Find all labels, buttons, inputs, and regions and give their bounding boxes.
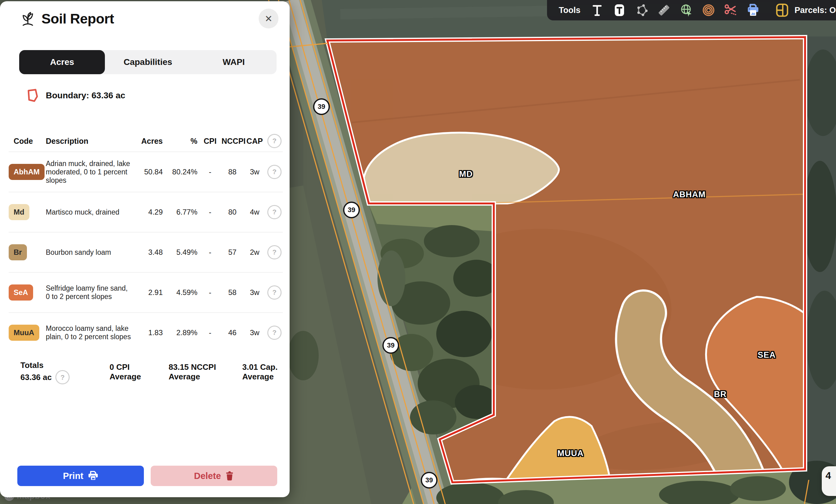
print-tool-icon[interactable] (746, 3, 760, 18)
soil-label-sea: SEA (758, 350, 776, 360)
cap-value: 4w (243, 208, 266, 216)
header-cap: CAP (243, 137, 266, 146)
nccpi-value: 58 (222, 288, 243, 297)
cpi-value: - (198, 288, 222, 297)
nccpi-value: 80 (222, 208, 243, 216)
tab-bar: Acres Capabilities WAPI (19, 50, 277, 74)
soil-code-badge-0: AbhAM (9, 164, 44, 180)
cpi-value: - (198, 328, 222, 337)
delete-button[interactable]: Delete (151, 466, 277, 486)
soil-code-badge-3: SeA (9, 285, 33, 301)
totals-nccpi: 83.15 NCCPIAverage (169, 362, 216, 382)
table-row: Br Bourbon sandy loam 3.48 5.49% - 57 2w… (9, 232, 283, 272)
cap-value: 3w (243, 168, 266, 176)
sprout-icon (20, 11, 36, 27)
text-box-tool-icon[interactable] (612, 3, 627, 18)
table-header: Code Description Acres % CPI NCCPI CAP ? (9, 131, 283, 152)
percent-value: 80.24% (164, 168, 198, 176)
text-tool-icon[interactable] (590, 3, 605, 18)
delete-button-label: Delete (194, 471, 221, 481)
soil-label-md: MD (459, 170, 473, 179)
soil-label-muua: MUUA (557, 449, 584, 458)
table-row: SeA Selfridge loamy fine sand, 0 to 2 pe… (9, 272, 283, 312)
cap-value: 3w (243, 328, 266, 337)
soil-description: Martisco muck, drained (46, 208, 135, 216)
tools-label: Tools (559, 5, 581, 15)
polygon-tool-icon[interactable] (634, 3, 649, 18)
boundary-acreage-label: Boundary: 63.36 ac (46, 91, 125, 100)
tab-wapi[interactable]: WAPI (191, 50, 277, 74)
panel-actions: Print Delete (17, 466, 277, 486)
nccpi-value: 88 (222, 168, 243, 176)
acres-value: 1.83 (135, 328, 164, 337)
acres-value: 2.91 (135, 288, 164, 297)
help-icon[interactable]: ? (267, 285, 282, 299)
printer-icon (88, 471, 98, 481)
parcels-status-label: Parcels: On (795, 5, 836, 15)
soil-label-br: BR (714, 390, 727, 399)
acres-value: 4.29 (135, 208, 164, 216)
header-acres: Acres (135, 137, 164, 146)
globe-tool-icon[interactable] (679, 3, 694, 18)
tab-capabilities[interactable]: Capabilities (105, 50, 191, 74)
acres-value: 50.84 (135, 168, 164, 176)
soil-report-panel: Soil Report ✕ Acres Capabilities WAPI Bo… (0, 1, 290, 497)
nccpi-value: 46 (222, 328, 243, 337)
soil-description: Bourbon sandy loam (46, 248, 135, 257)
percent-value: 6.77% (164, 208, 198, 216)
totals-acres: 63.36 ac (20, 373, 52, 382)
totals-cap: 3.01 Cap.Average (242, 362, 278, 382)
boundary-summary: Boundary: 63.36 ac (26, 89, 125, 103)
zoom-level-badge[interactable]: 4 (822, 466, 836, 496)
percent-value: 5.49% (164, 248, 198, 257)
parcels-toggle[interactable]: Parcels: On ⌄ (775, 3, 836, 18)
table-row: Md Martisco muck, drained 4.29 6.77% - 8… (9, 192, 283, 232)
ruler-tool-icon[interactable] (657, 3, 671, 18)
table-row: MuuA Morocco loamy sand, lake plain, 0 t… (9, 312, 283, 352)
header-cpi: CPI (198, 137, 222, 146)
cpi-value: - (198, 208, 222, 216)
close-icon[interactable]: ✕ (259, 9, 279, 28)
soil-code-badge-1: Md (9, 204, 30, 220)
route-marker-39: 39 (382, 337, 399, 354)
parcels-tool-icon[interactable] (775, 3, 790, 18)
table-row: AbhAM Adrian muck, drained, lake moderat… (9, 152, 283, 192)
route-marker-39: 39 (421, 472, 437, 488)
header-description: Description (46, 137, 135, 146)
totals-label: Totals (20, 361, 70, 370)
panel-header: Soil Report ✕ (20, 8, 279, 30)
help-icon[interactable]: ? (55, 370, 70, 384)
header-nccpi: NCCPI (222, 137, 243, 146)
print-button[interactable]: Print (17, 466, 144, 486)
route-marker-39: 39 (313, 98, 330, 115)
soil-code-badge-2: Br (9, 244, 27, 260)
help-icon[interactable]: ? (267, 245, 282, 259)
cap-value: 3w (243, 288, 266, 297)
boundary-polygon-icon (26, 89, 40, 103)
cap-value: 2w (243, 248, 266, 257)
header-code: Code (9, 137, 46, 146)
soil-description: Adrian muck, drained, lake moderated, 0 … (46, 159, 135, 185)
totals-row: Totals 63.36 ac ? 0 CPIAverage 83.15 NCC… (0, 361, 290, 385)
help-icon[interactable]: ? (267, 326, 282, 340)
help-icon[interactable]: ? (267, 165, 282, 179)
map-toolbar: Tools (547, 0, 836, 20)
soil-code-badge-4: MuuA (9, 325, 39, 341)
header-percent: % (164, 137, 198, 146)
trash-icon (225, 471, 234, 481)
percent-value: 2.89% (164, 328, 198, 337)
scissors-tool-icon[interactable] (723, 3, 738, 18)
soil-description: Morocco loamy sand, lake plain, 0 to 2 p… (46, 324, 135, 341)
totals-cpi: 0 CPIAverage (110, 362, 141, 382)
soil-description: Selfridge loamy fine sand, 0 to 2 percen… (46, 284, 135, 301)
help-icon[interactable]: ? (267, 205, 282, 219)
percent-value: 4.59% (164, 288, 198, 297)
nccpi-value: 57 (222, 248, 243, 257)
tab-acres[interactable]: Acres (19, 50, 105, 74)
rings-tool-icon[interactable] (701, 3, 716, 18)
help-icon[interactable]: ? (267, 134, 282, 148)
cpi-value: - (198, 248, 222, 257)
page-title: Soil Report (41, 11, 114, 27)
print-button-label: Print (63, 471, 83, 481)
route-marker-39: 39 (343, 201, 360, 218)
